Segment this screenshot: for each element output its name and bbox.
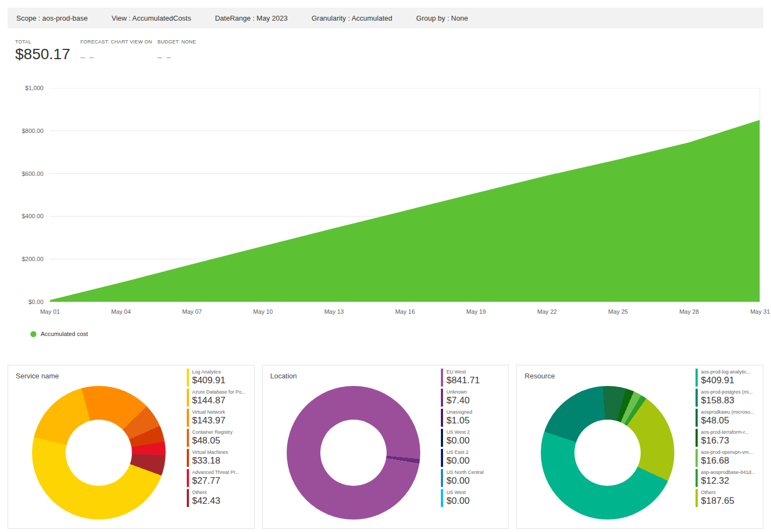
donut-hole bbox=[320, 420, 387, 486]
legend-item[interactable]: Others$42.43 bbox=[187, 489, 251, 507]
legend-item-value: $409.91 bbox=[701, 375, 760, 386]
legend-item-label: Virtual Machines bbox=[192, 449, 250, 455]
legend-item-value: $409.91 bbox=[192, 375, 251, 386]
toolbar-filter-0[interactable]: Scope : aos-prod-base bbox=[16, 14, 88, 22]
legend-item[interactable]: Advanced Threat Pr...$27.77 bbox=[187, 469, 251, 487]
x-axis-tick: May 01 bbox=[40, 308, 60, 315]
legend-item-label: US West 2 bbox=[446, 429, 504, 435]
accumulated-area-svg bbox=[50, 88, 760, 302]
service-name-donut-chart[interactable] bbox=[32, 386, 166, 520]
resource-legend: aos-prod-log-analytic...$409.91aos-prod-… bbox=[696, 369, 760, 507]
legend-item-label: Azure Database for Po... bbox=[192, 389, 250, 395]
legend-item[interactable]: Virtual Network$143.97 bbox=[187, 409, 251, 427]
legend-item-value: $0.00 bbox=[446, 476, 505, 486]
legend-item[interactable]: US North Central$0.00 bbox=[441, 469, 505, 487]
kpi-total: TOTAL $850.17 bbox=[15, 39, 80, 63]
y-axis-tick: $0.00 bbox=[28, 299, 43, 305]
chart-plot-area[interactable] bbox=[50, 88, 760, 302]
toolbar-filter-2[interactable]: DateRange : May 2023 bbox=[215, 14, 288, 22]
y-axis: $0.00$200.00$400.00$600.00$800.00$1,000 bbox=[8, 88, 47, 302]
resource-panel-title: Resource bbox=[524, 372, 555, 380]
accumulated-cost-chart: $0.00$200.00$400.00$600.00$800.00$1,000 … bbox=[8, 83, 763, 316]
service-name-panel: Service name Log Analytics$409.91Azure D… bbox=[8, 365, 255, 529]
legend-item[interactable]: Virtual Machines$33.18 bbox=[187, 449, 251, 467]
legend-item[interactable]: US West$0.00 bbox=[441, 489, 505, 507]
legend-item-value: $158.83 bbox=[701, 395, 760, 406]
location-panel-title: Location bbox=[270, 372, 297, 380]
legend-item-label: Advanced Threat Pr... bbox=[192, 470, 250, 475]
y-axis-tick: $600.00 bbox=[22, 170, 43, 177]
toolbar-filter-3[interactable]: Granularity : Accumulated bbox=[312, 14, 393, 22]
kpi-budget: BUDGET: NONE – – bbox=[157, 39, 196, 63]
legend-item-label: aos-prod-postgres (mi... bbox=[701, 389, 759, 395]
breakdown-panels: Service name Log Analytics$409.91Azure D… bbox=[8, 365, 763, 529]
legend-item-label: Unassigned bbox=[446, 409, 504, 415]
cost-analysis-page: Scope : aos-prod-baseView : AccumulatedC… bbox=[0, 8, 771, 529]
x-axis-tick: May 10 bbox=[253, 308, 273, 315]
legend-item-value: $33.18 bbox=[192, 455, 251, 466]
legend-item-value: $1.05 bbox=[446, 415, 505, 426]
accumulated-cost-legend-dot bbox=[30, 331, 36, 337]
legend-item[interactable]: Unknown$7.40 bbox=[441, 389, 505, 407]
legend-item[interactable]: aos-prod-postgres (mi...$158.83 bbox=[696, 389, 760, 407]
legend-item[interactable]: Log Analytics$409.91 bbox=[187, 369, 251, 387]
accumulated-cost-legend-label: Accumulated cost bbox=[41, 331, 88, 337]
legend-item-value: $7.40 bbox=[446, 395, 505, 406]
legend-item[interactable]: US East 2$0.00 bbox=[441, 449, 505, 467]
legend-item-value: $42.43 bbox=[192, 496, 251, 506]
x-axis-tick: May 13 bbox=[324, 308, 344, 315]
x-axis-tick: May 22 bbox=[538, 308, 557, 315]
kpi-total-label: TOTAL bbox=[15, 39, 80, 45]
legend-item-value: $48.05 bbox=[192, 435, 251, 446]
legend-item-label: aos-prod-openvpn-vm... bbox=[701, 449, 759, 455]
legend-item[interactable]: aos-prod-log-analytic...$409.91 bbox=[696, 369, 760, 387]
legend-item-label: aosprodkawu (microso... bbox=[701, 409, 759, 415]
toolbar-filter-4[interactable]: Group by : None bbox=[416, 14, 468, 22]
resource-donut-chart[interactable] bbox=[541, 386, 674, 520]
legend-item[interactable]: Container Registry$48.05 bbox=[187, 429, 251, 447]
legend-item-label: Others bbox=[192, 490, 250, 495]
legend-item[interactable]: asp-aosprodbase-841d...$12.32 bbox=[696, 469, 760, 487]
legend-item[interactable]: aos-prod-terraform-r...$16.73 bbox=[696, 429, 760, 447]
chart-legend[interactable]: Accumulated cost bbox=[30, 330, 771, 338]
kpi-total-value: $850.17 bbox=[15, 46, 80, 63]
legend-item-value: $16.73 bbox=[701, 435, 760, 446]
location-donut-chart[interactable] bbox=[287, 386, 420, 520]
y-axis-tick: $800.00 bbox=[22, 128, 43, 134]
legend-item[interactable]: US West 2$0.00 bbox=[441, 429, 505, 447]
legend-item[interactable]: Unassigned$1.05 bbox=[441, 409, 505, 427]
accumulated-cost-area bbox=[50, 120, 760, 302]
legend-item-label: EU West bbox=[446, 369, 504, 375]
legend-item-value: $48.05 bbox=[701, 415, 760, 426]
y-axis-tick: $400.00 bbox=[22, 213, 43, 219]
kpi-forecast-value: – – bbox=[80, 52, 157, 61]
legend-item-label: aos-prod-log-analytic... bbox=[701, 369, 759, 375]
legend-item[interactable]: aosprodkawu (microso...$48.05 bbox=[696, 409, 760, 427]
legend-item-label: US North Central bbox=[446, 470, 504, 475]
legend-item[interactable]: Azure Database for Po...$144.87 bbox=[187, 389, 251, 407]
legend-item-label: US East 2 bbox=[446, 449, 504, 455]
legend-item-label: Others bbox=[701, 490, 759, 495]
legend-item-value: $0.00 bbox=[446, 496, 505, 506]
legend-item-label: Container Registry bbox=[192, 429, 250, 435]
filter-toolbar: Scope : aos-prod-baseView : AccumulatedC… bbox=[8, 8, 763, 28]
x-axis-tick: May 16 bbox=[395, 308, 415, 315]
legend-item[interactable]: aos-prod-openvpn-vm...$16.68 bbox=[696, 449, 760, 467]
toolbar-filter-1[interactable]: View : AccumulatedCosts bbox=[112, 14, 191, 22]
legend-item[interactable]: Others$187.65 bbox=[696, 489, 760, 507]
service-name-legend: Log Analytics$409.91Azure Database for P… bbox=[187, 369, 251, 507]
kpi-forecast-label: FORECAST: CHART VIEW ON bbox=[80, 39, 157, 45]
legend-item-label: aos-prod-terraform-r... bbox=[701, 429, 759, 435]
resource-panel: Resource aos-prod-log-analytic...$409.91… bbox=[516, 365, 763, 529]
legend-item-value: $0.00 bbox=[446, 435, 505, 446]
legend-item-value: $27.77 bbox=[192, 476, 251, 486]
location-legend: EU West$841.71Unknown$7.40Unassigned$1.0… bbox=[441, 369, 505, 507]
y-axis-tick: $1,000 bbox=[25, 85, 43, 91]
legend-item-label: Virtual Network bbox=[192, 409, 250, 415]
legend-item[interactable]: EU West$841.71 bbox=[441, 369, 505, 387]
kpi-budget-label: BUDGET: NONE bbox=[157, 39, 196, 45]
kpi-budget-value: – – bbox=[157, 52, 196, 61]
x-axis: May 01May 04May 07May 10May 13May 16May … bbox=[50, 306, 760, 316]
legend-item-value: $187.65 bbox=[701, 496, 760, 506]
x-axis-tick: May 19 bbox=[466, 308, 486, 315]
